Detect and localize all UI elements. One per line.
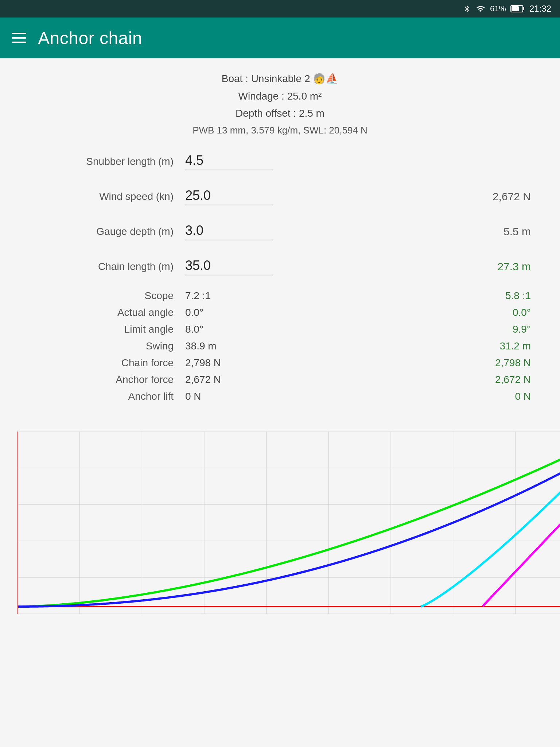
snubber-row: Snubber length (m) 4.5 [18,150,542,173]
status-icons: 61% 21:32 [463,4,551,14]
data-rows: Scope 7.2 :1 5.8 :1 Actual angle 0.0° 0.… [18,290,542,402]
chain-length-value[interactable]: 35.0 [185,258,273,275]
depth-offset: Depth offset : 2.5 m [18,105,542,122]
data-label: Swing [18,340,185,352]
table-row: Anchor force 2,672 N 2,672 N [18,374,542,386]
wifi-icon [475,4,486,13]
data-label: Chain force [18,357,185,369]
bottom-space [0,626,560,747]
data-label: Actual angle [18,307,185,318]
table-row: Chain force 2,798 N 2,798 N [18,357,542,369]
data-value: 8.0° [185,324,273,335]
chain-length-result: 27.3 m [433,260,542,273]
chart-area [18,431,542,614]
gauge-depth-value[interactable]: 3.0 [185,223,273,240]
gauge-depth-result: 5.5 m [433,225,542,238]
bluetooth-icon [463,4,471,14]
menu-button[interactable] [12,33,26,43]
wind-speed-result: 2,672 N [433,190,542,203]
table-row: Swing 38.9 m 31.2 m [18,340,542,352]
svg-rect-2 [512,6,519,11]
data-value: 7.2 :1 [185,290,273,302]
data-value: 0.0° [185,307,273,318]
table-row: Limit angle 8.0° 9.9° [18,324,542,335]
data-label: Scope [18,290,185,302]
data-result: 31.2 m [433,340,542,352]
data-result: 9.9° [433,324,542,335]
snubber-value[interactable]: 4.5 [185,153,273,170]
battery-level: 61% [490,4,506,13]
app-title: Anchor chain [38,28,142,48]
app-bar: Anchor chain [0,18,560,58]
data-result: 2,798 N [433,357,542,369]
svg-rect-1 [523,7,524,10]
data-label: Anchor force [18,374,185,386]
table-row: Scope 7.2 :1 5.8 :1 [18,290,542,302]
data-value: 38.9 m [185,340,273,352]
windage: Windage : 25.0 m² [18,88,542,105]
main-content: Boat : Unsinkable 2 🧓⛵ Windage : 25.0 m²… [0,58,560,626]
chain-length-row: Chain length (m) 35.0 27.3 m [18,255,542,278]
gauge-depth-label: Gauge depth (m) [18,226,185,237]
data-value: 0 N [185,391,273,402]
table-row: Anchor lift 0 N 0 N [18,391,542,402]
data-value: 2,672 N [185,374,273,386]
specs: PWB 13 mm, 3.579 kg/m, SWL: 20,594 N [18,122,542,138]
wind-speed-label: Wind speed (kn) [18,191,185,202]
data-result: 2,672 N [433,374,542,386]
gauge-depth-row: Gauge depth (m) 3.0 5.5 m [18,220,542,243]
data-label: Limit angle [18,324,185,335]
wind-speed-value[interactable]: 25.0 [185,188,273,205]
wind-speed-row: Wind speed (kn) 25.0 2,672 N [18,185,542,208]
data-result: 0.0° [433,307,542,318]
data-value: 2,798 N [185,357,273,369]
data-label: Anchor lift [18,391,185,402]
snubber-label: Snubber length (m) [18,156,185,167]
data-result: 5.8 :1 [433,290,542,302]
battery-icon [510,5,525,13]
boat-info: Boat : Unsinkable 2 🧓⛵ Windage : 25.0 m²… [18,70,542,138]
status-bar: 61% 21:32 [0,0,560,18]
data-result: 0 N [433,391,542,402]
table-row: Actual angle 0.0° 0.0° [18,307,542,318]
chain-chart [18,431,560,614]
chain-length-label: Chain length (m) [18,261,185,272]
status-time: 21:32 [529,4,551,14]
boat-name: Boat : Unsinkable 2 🧓⛵ [18,70,542,88]
